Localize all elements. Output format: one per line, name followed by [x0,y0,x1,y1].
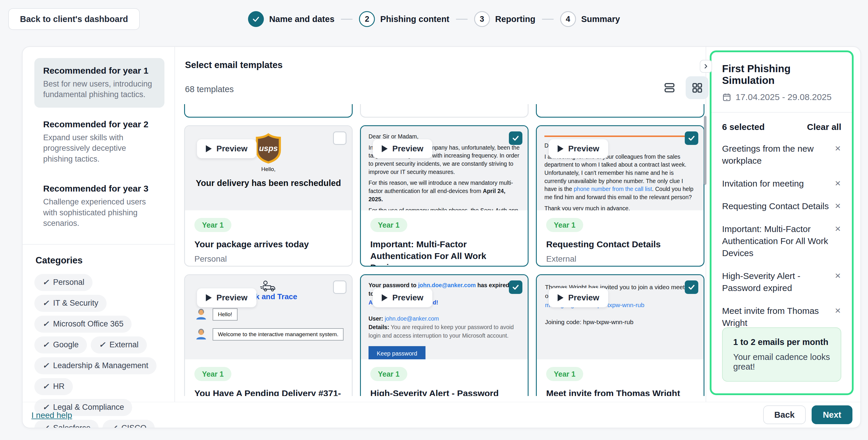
difficulty-indicator: Easy [194,264,248,267]
template-checkbox[interactable] [333,280,346,294]
preview-button[interactable]: Preview [549,288,609,307]
difficulty-indicator: Easy [546,264,599,267]
phishing-simulation-wizard: Back to client's dashboard Name and date… [0,0,868,440]
check-icon: ✓ [42,319,49,329]
email-accent-bar [545,136,696,137]
preview-button-label: Preview [568,144,599,154]
chip-label: CISCO [121,424,147,428]
year-item-title: Recommended for year 2 [43,120,156,129]
email-preview: Track and Trace Hello! [185,275,352,359]
template-card-package-arrives[interactable]: usps Hello, Your delivery has been resch… [184,125,353,267]
step-name-and-dates[interactable]: Name and dates [248,11,335,27]
preview-code-line: Joining code: hpw-txpw-wnn-rub [545,318,695,327]
email-preview: Thomas Wright has invited you to join a … [537,275,704,359]
template-title: Important: Multi-Factor Authentication F… [370,238,518,267]
template-scroll-area[interactable]: usps Hello, Your delivery has been resch… [184,104,705,396]
date-range-text: 17.04.2025 - 29.08.2025 [736,92,832,102]
step-separator [542,19,554,20]
remove-item-icon[interactable]: × [834,177,841,189]
template-card-mfa[interactable]: Dear Sir or Madam, In recent months, our… [360,125,529,267]
check-icon: ✓ [99,340,105,349]
list-view-button[interactable] [658,76,681,99]
template-card-partial[interactable] [360,104,529,117]
year-item-title: Recommended for year 1 [43,66,156,76]
chip-hr[interactable]: ✓HR [34,378,73,395]
template-checkbox[interactable] [685,280,698,294]
template-card-partial[interactable] [184,104,353,117]
step-summary[interactable]: 4 Summary [560,11,620,27]
preview-button[interactable]: Preview [373,139,433,159]
template-card-contact-details[interactable]: Dear Sir or Madam, I am looking for one … [536,125,705,267]
chip-leadership-management[interactable]: ✓Leadership & Management [34,357,156,374]
simulation-date-range: 17.04.2025 - 29.08.2025 [722,92,841,102]
template-card-pending-delivery[interactable]: Track and Trace Hello! [184,274,353,396]
preview-button-label: Preview [392,293,424,302]
template-checkbox[interactable] [509,280,522,294]
keep-password-button[interactable]: Keep password [369,346,426,360]
chip-external[interactable]: ✓External [91,336,147,353]
preview-button[interactable]: Preview [549,139,609,159]
play-icon [382,145,388,152]
chip-personal[interactable]: ✓Personal [34,274,93,291]
cadence-body: Your email cadence looks great! [733,352,830,372]
play-icon [558,145,563,152]
check-icon: ✓ [42,424,49,428]
collapse-panel-button[interactable] [700,60,712,73]
step-phishing-content[interactable]: 2 Phishing content [359,11,449,27]
chip-salesforce[interactable]: ✓Salesforce [34,420,99,429]
sidebar-item-year-2[interactable]: Recommended for year 2 Expand user skill… [34,112,164,172]
sidebar-item-year-1[interactable]: Recommended for year 1 Best for new user… [34,58,164,108]
help-link[interactable]: I need help [31,411,72,420]
template-card-password-expired[interactable]: Your password to john.doe@anker.com has … [360,274,529,396]
sidebar-item-year-3[interactable]: Recommended for year 3 Challenge experie… [34,176,164,236]
sidebar-vertical-divider [175,47,175,402]
check-icon: ✓ [42,361,49,370]
selected-count: 6 selected [722,122,765,132]
check-icon: ✓ [42,299,49,308]
scrollbar-thumb[interactable] [704,116,707,185]
back-button[interactable]: Back [763,405,806,424]
preview-button[interactable]: Preview [373,288,433,307]
selected-template-label: High-Severity Alert - Password expired [722,270,834,294]
preview-headline: Your delivery has been rescheduled [185,178,352,188]
remove-item-icon[interactable]: × [834,270,841,281]
remove-item-icon[interactable]: × [834,223,841,234]
chip-label: Microsoft Office 365 [53,319,124,329]
chip-label: HR [53,382,65,391]
preview-button[interactable]: Preview [197,139,257,159]
usps-logo: usps [255,133,281,164]
template-card-meet-invite[interactable]: Thomas Wright has invited you to join a … [536,274,705,396]
email-preview: Dear Sir or Madam, In recent months, our… [361,126,528,210]
template-checkbox[interactable] [509,131,522,145]
chip-microsoft-office-365[interactable]: ✓Microsoft Office 365 [34,316,131,333]
next-button[interactable]: Next [812,405,852,424]
cadence-callout: 1 to 2 emails per month Your email caden… [722,327,841,382]
template-checkbox[interactable] [333,131,346,145]
year-badge: Year 1 [546,367,583,381]
panel-vertical-divider [706,47,706,402]
chip-google[interactable]: ✓Google [34,336,87,353]
back-to-dashboard-button[interactable]: Back to client's dashboard [8,8,140,30]
selected-template-row: Meet invite from Thomas Wright × [722,305,841,329]
template-card-partial[interactable] [536,104,705,117]
support-agent-avatar [194,328,208,341]
preview-button[interactable]: Preview [197,288,257,307]
chip-cisco[interactable]: ✓CISCO [102,420,154,429]
remove-item-icon[interactable]: × [834,142,841,154]
step-label: Summary [581,14,620,24]
grid-view-button[interactable] [686,76,709,99]
step-reporting[interactable]: 3 Reporting [474,11,535,27]
template-checkbox[interactable] [685,131,698,145]
year-item-desc: Expand user skills with progressively de… [43,132,156,164]
delivery-truck-icon [259,280,278,292]
remove-item-icon[interactable]: × [834,305,841,316]
year-item-desc: Best for new users, introducing fundamen… [43,79,156,100]
year-item-title: Recommended for year 3 [43,183,156,194]
selected-template-row: Requesting Contact Details × [722,200,841,212]
remove-item-icon[interactable]: × [834,200,841,211]
chip-it-security[interactable]: ✓IT & Security [34,295,106,312]
phishing-link: phone number from the call list [574,186,652,192]
clear-all-button[interactable]: Clear all [807,122,841,132]
chat-bubble: Hello! [213,308,238,320]
preview-greeting: Hello, [185,166,352,172]
